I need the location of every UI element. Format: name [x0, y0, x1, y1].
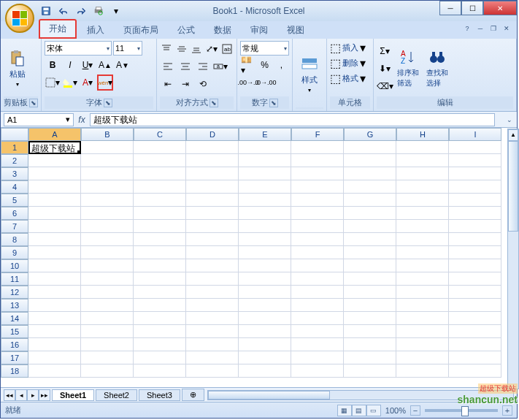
- cell[interactable]: [291, 180, 344, 194]
- cell[interactable]: [81, 233, 134, 246]
- cell[interactable]: [344, 272, 396, 286]
- scroll-up-button[interactable]: ▲: [508, 129, 518, 141]
- cell[interactable]: [239, 220, 291, 233]
- cell[interactable]: [186, 259, 239, 272]
- cell[interactable]: [134, 194, 186, 207]
- shrink-font-button[interactable]: A▼: [115, 57, 131, 73]
- cell[interactable]: [28, 272, 81, 286]
- cell[interactable]: [239, 299, 291, 312]
- normal-view-button[interactable]: ▦: [337, 405, 352, 416]
- align-right-button[interactable]: [195, 58, 211, 75]
- col-header-a[interactable]: A: [28, 128, 81, 141]
- cell[interactable]: [291, 141, 344, 154]
- cell[interactable]: [291, 325, 344, 338]
- vertical-scrollbar[interactable]: ▲: [507, 129, 519, 389]
- cell[interactable]: [28, 167, 81, 180]
- cell[interactable]: [291, 233, 344, 246]
- maximize-button[interactable]: ☐: [461, 1, 483, 15]
- cell[interactable]: [396, 207, 449, 220]
- cell[interactable]: [134, 154, 186, 167]
- cell[interactable]: [396, 364, 449, 378]
- cell[interactable]: [134, 207, 186, 220]
- row-header[interactable]: 4: [1, 180, 28, 194]
- cell[interactable]: [186, 233, 239, 246]
- cell[interactable]: [186, 167, 239, 180]
- cell[interactable]: [239, 338, 291, 351]
- fill-button[interactable]: ⬇▾: [377, 61, 393, 77]
- zoom-level[interactable]: 100%: [385, 406, 406, 415]
- cell[interactable]: [28, 286, 81, 299]
- cell[interactable]: [344, 207, 396, 220]
- col-header-f[interactable]: F: [291, 128, 344, 141]
- row-header[interactable]: 16: [1, 338, 28, 351]
- cell[interactable]: [344, 259, 396, 272]
- cell[interactable]: [134, 364, 186, 378]
- currency-button[interactable]: 💴▾: [240, 57, 255, 73]
- new-sheet-button[interactable]: ⊕: [182, 389, 204, 401]
- cell[interactable]: [81, 325, 134, 338]
- cell[interactable]: [239, 246, 291, 259]
- decrease-indent-button[interactable]: ⇤: [160, 76, 176, 92]
- vscroll-thumb[interactable]: [508, 141, 518, 232]
- cell[interactable]: [344, 167, 396, 180]
- cell[interactable]: [291, 272, 344, 286]
- cell[interactable]: [81, 338, 134, 351]
- last-sheet-button[interactable]: ▸▸: [39, 389, 50, 401]
- cell[interactable]: [28, 194, 81, 207]
- cell[interactable]: [449, 154, 501, 167]
- cell[interactable]: [239, 233, 291, 246]
- wrap-text-button[interactable]: ab: [220, 41, 234, 57]
- cell[interactable]: [134, 338, 186, 351]
- cell[interactable]: [396, 259, 449, 272]
- cell[interactable]: [28, 299, 81, 312]
- row-header[interactable]: 15: [1, 325, 28, 338]
- fill-color-button[interactable]: ▾: [62, 75, 78, 91]
- cell[interactable]: [134, 286, 186, 299]
- row-header[interactable]: 6: [1, 207, 28, 220]
- cell[interactable]: [449, 246, 501, 259]
- cell[interactable]: [239, 259, 291, 272]
- bold-button[interactable]: B: [45, 57, 61, 73]
- borders-button[interactable]: ▾: [45, 75, 61, 91]
- cell[interactable]: [81, 141, 134, 154]
- cell[interactable]: [81, 272, 134, 286]
- cell[interactable]: [81, 246, 134, 259]
- cell[interactable]: [344, 312, 396, 325]
- next-sheet-button[interactable]: ▸: [27, 389, 39, 401]
- zoom-in-button[interactable]: +: [502, 405, 512, 416]
- row-header[interactable]: 9: [1, 246, 28, 259]
- cell[interactable]: [449, 338, 501, 351]
- align-bottom-button[interactable]: [190, 41, 204, 57]
- format-button[interactable]: 格式: [342, 73, 358, 84]
- align-center-button[interactable]: [177, 58, 193, 75]
- phonetic-guide-button[interactable]: wén▾: [97, 75, 113, 91]
- cell[interactable]: [344, 286, 396, 299]
- font-color-button[interactable]: A▾: [80, 75, 96, 91]
- tab-insert[interactable]: 插入: [78, 22, 113, 39]
- cell[interactable]: [449, 325, 501, 338]
- clear-button[interactable]: ⌫▾: [377, 78, 393, 94]
- cell[interactable]: [396, 167, 449, 180]
- cell[interactable]: [81, 180, 134, 194]
- paste-button[interactable]: 粘贴 ▾: [4, 41, 31, 96]
- cell[interactable]: [239, 325, 291, 338]
- cell[interactable]: [396, 154, 449, 167]
- name-box[interactable]: A1▾: [4, 113, 74, 126]
- cell[interactable]: [81, 167, 134, 180]
- cell[interactable]: [81, 286, 134, 299]
- cell[interactable]: [28, 259, 81, 272]
- cell[interactable]: [291, 312, 344, 325]
- col-header-c[interactable]: C: [134, 128, 186, 141]
- save-button[interactable]: [39, 4, 53, 18]
- zoom-out-button[interactable]: −: [410, 405, 420, 416]
- cell[interactable]: [291, 299, 344, 312]
- cell[interactable]: [186, 220, 239, 233]
- col-header-g[interactable]: G: [344, 128, 396, 141]
- qat-customize-button[interactable]: ▾: [109, 4, 123, 18]
- page-layout-view-button[interactable]: ▤: [352, 405, 366, 416]
- cell[interactable]: [81, 220, 134, 233]
- cell[interactable]: [239, 364, 291, 378]
- cell[interactable]: [449, 220, 501, 233]
- col-header-d[interactable]: D: [186, 128, 239, 141]
- comma-button[interactable]: ,: [274, 57, 289, 73]
